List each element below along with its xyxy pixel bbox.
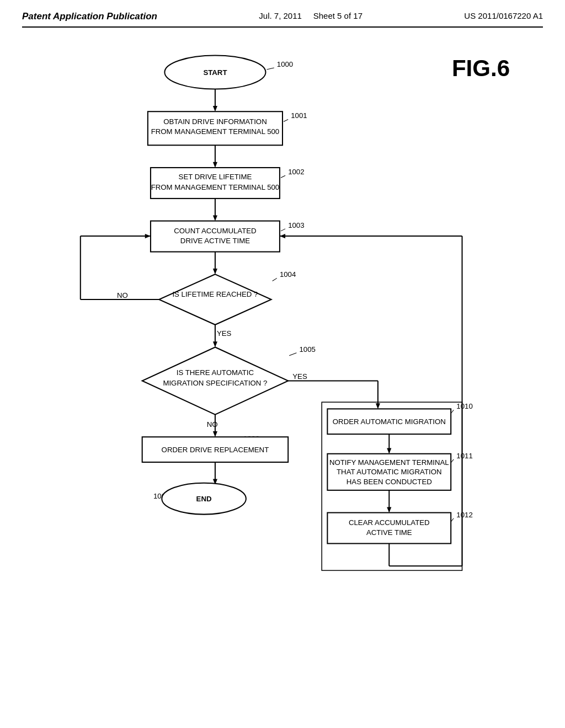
no-label-1005: NO: [207, 420, 218, 429]
node-1012-line2: ACTIVE TIME: [366, 528, 412, 537]
svg-marker-3: [213, 106, 217, 111]
ref-1003: 1003: [288, 221, 304, 229]
ref-1004: 1004: [280, 270, 296, 279]
ref-1010: 1010: [456, 402, 472, 410]
ref-1001: 1001: [291, 111, 307, 120]
yes-label-1005: YES: [292, 372, 307, 381]
svg-line-13: [281, 229, 285, 231]
publication-label: Patent Application Publication: [22, 11, 157, 22]
ref-1005: 1005: [300, 345, 316, 354]
node-1011-line3: HAS BEEN CONDUCTED: [347, 478, 432, 486]
node-1002-line1: SET DRIVE LIFETIME: [179, 173, 252, 181]
ref-1000: 1000: [277, 60, 293, 68]
sheet-info: Sheet 5 of 17: [313, 11, 363, 20]
node-1012-line1: CLEAR ACCUMULATED: [349, 518, 430, 527]
node-1005-line1: IS THERE AUTOMATIC: [177, 368, 254, 377]
node-1006: ORDER DRIVE REPLACEMENT: [162, 446, 269, 454]
svg-marker-43: [387, 507, 391, 512]
ref-1002: 1002: [288, 168, 304, 176]
node-1003-line1: COUNT ACCUMULATED: [174, 227, 256, 235]
flowchart-svg: text { font-family: Arial, sans-serif; f…: [22, 39, 543, 689]
svg-marker-28: [376, 403, 380, 409]
node-1005-line2: MIGRATION SPECIFICATION ?: [163, 379, 267, 387]
page: Patent Application Publication Jul. 7, 2…: [0, 0, 565, 728]
patent-number: US 2011/0167220 A1: [464, 11, 543, 20]
node-1011-line1: NOTIFY MANAGEMENT TERMINAL: [329, 458, 449, 467]
svg-marker-50: [280, 234, 285, 238]
svg-line-17: [273, 278, 277, 281]
date-sheet: Jul. 7, 2011 Sheet 5 of 17: [259, 11, 363, 20]
ref-1012: 1012: [456, 511, 472, 519]
svg-marker-21: [145, 234, 151, 238]
node-1001-line1: OBTAIN DRIVE INFORMATION: [163, 117, 267, 126]
svg-line-1: [267, 68, 274, 69]
node-1010: ORDER AUTOMATIC MIGRATION: [333, 417, 446, 426]
svg-line-5: [284, 119, 288, 121]
node-1001-line2: FROM MANAGEMENT TERMINAL 500: [151, 127, 280, 136]
page-header: Patent Application Publication Jul. 7, 2…: [22, 11, 543, 28]
svg-marker-39: [387, 448, 391, 454]
publication-date: Jul. 7, 2011: [259, 11, 302, 20]
yes-label-1004: YES: [217, 329, 232, 338]
svg-marker-7: [213, 162, 217, 168]
start-label: START: [203, 68, 227, 77]
ref-1011: 1011: [456, 452, 472, 460]
node-1011-line2: THAT AUTOMATIC MIGRATION: [337, 468, 441, 476]
node-1003-line2: DRIVE ACTIVE TIME: [180, 237, 250, 245]
node-1002-line2: FROM MANAGEMENT TERMINAL 500: [151, 183, 280, 191]
node-1004-line1: IS LIFETIME REACHED ?: [172, 290, 258, 298]
no-label-1004: NO: [117, 291, 128, 299]
svg-line-9: [281, 175, 285, 178]
diagram-area: FIG.6 text { font-family: Arial, sans-se…: [22, 39, 543, 689]
end-label: END: [196, 495, 212, 503]
svg-marker-23: [213, 341, 217, 347]
svg-marker-30: [213, 431, 217, 437]
svg-marker-15: [213, 269, 217, 274]
svg-marker-16: [159, 274, 271, 325]
svg-line-25: [289, 353, 296, 356]
svg-marker-11: [213, 215, 217, 221]
